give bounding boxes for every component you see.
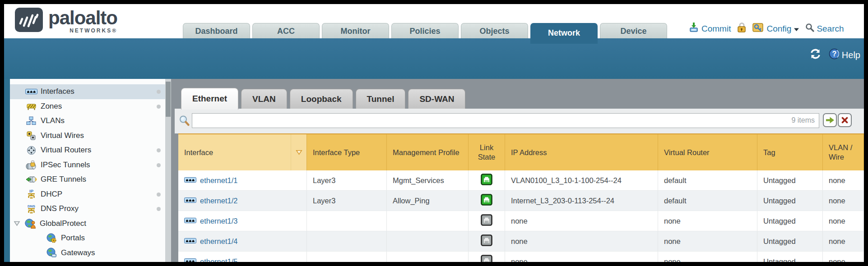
commit-label: Commit: [701, 24, 731, 34]
commit-button[interactable]: Commit: [688, 22, 731, 35]
nav-tab-policies[interactable]: Policies: [391, 23, 459, 38]
expander-down-icon[interactable]: [14, 220, 23, 226]
commit-icon: [688, 22, 699, 35]
interface-icon: [184, 217, 196, 225]
dns-proxy-icon: DNS: [25, 204, 37, 214]
interface-link[interactable]: ethernet1/5: [200, 257, 237, 262]
tab-ethernet[interactable]: Ethernet: [181, 88, 238, 110]
cell-management-profile: [387, 252, 469, 262]
filter-input[interactable]: [192, 113, 819, 128]
config-menu[interactable]: Config: [752, 22, 799, 35]
column-header-vlan-wire-label: VLAN / Wire: [829, 143, 858, 161]
table-row-ethernet1-3[interactable]: ethernet1/3nonenoneUntaggednone: [178, 211, 864, 231]
sidebar-item-label: DNS Proxy: [41, 204, 79, 213]
table-row-ethernet1-5[interactable]: ethernet1/5nonenoneUntaggednone: [178, 252, 864, 262]
tab-vlan[interactable]: VLAN: [241, 89, 287, 109]
cell-interface-type: [307, 211, 387, 231]
chevron-down-icon: [794, 24, 799, 34]
column-header-management-profile-label: Management Profile: [393, 148, 460, 157]
column-header-interface-label: Interface: [184, 148, 213, 157]
interface-link[interactable]: ethernet1/3: [200, 217, 237, 225]
portals-icon: [45, 233, 58, 243]
sidebar-item-virtual-routers[interactable]: Virtual Routers: [10, 143, 165, 158]
app-window: paloalto NETWORKS® DashboardACCMonitorPo…: [4, 4, 864, 262]
cell-link-state: [469, 231, 505, 251]
sidebar-item-virtual-wires[interactable]: Virtual Wires: [10, 128, 165, 143]
column-header-virtual-router[interactable]: Virtual Router: [658, 134, 757, 170]
sidebar-scrollbar-thumb[interactable]: [166, 82, 171, 117]
sidebar-item-label: Gateways: [61, 248, 95, 257]
nav-tab-monitor[interactable]: Monitor: [322, 23, 389, 38]
sidebar-item-globalprotect[interactable]: GlobalProtect: [10, 216, 165, 231]
column-header-ip-address[interactable]: IP Address: [505, 134, 658, 170]
cell-interface-type: Layer3: [307, 191, 387, 211]
banner-icons: ? Help: [809, 48, 860, 62]
column-header-link-state[interactable]: Link State: [469, 134, 505, 170]
column-header-interface-type[interactable]: Interface Type: [307, 134, 387, 170]
cell-vlan-wire: none: [823, 211, 864, 231]
nav-tab-network[interactable]: Network: [530, 23, 598, 44]
link-up-icon: [481, 194, 492, 207]
sidebar-item-zones[interactable]: Zones: [10, 99, 165, 114]
nav-tab-dashboard[interactable]: Dashboard: [183, 23, 250, 38]
table-row-ethernet1-2[interactable]: ethernet1/2Layer3Allow_PingInternet_L3_2…: [178, 191, 864, 211]
cell-interface: ethernet1/1: [178, 170, 307, 190]
dhcp-icon: IP: [25, 189, 37, 199]
virtual-routers-icon: [25, 146, 37, 155]
sidebar-scrollbar[interactable]: [165, 79, 171, 262]
lock-icon[interactable]: [737, 22, 747, 35]
link-down-icon: [481, 214, 492, 228]
cell-ip-address: none: [505, 252, 658, 262]
header-actions: Commit Config Search: [688, 22, 844, 35]
globalprotect-icon: [24, 218, 37, 229]
tab-sd-wan[interactable]: SD-WAN: [408, 89, 465, 109]
sidebar-item-dhcp[interactable]: IPDHCP: [10, 187, 165, 202]
table-row-ethernet1-4[interactable]: ethernet1/4nonenoneUntaggednone: [178, 231, 864, 252]
sidebar-item-portals[interactable]: Portals: [10, 231, 165, 246]
link-up-icon: [481, 174, 492, 187]
cell-tag: Untagged: [757, 231, 823, 251]
config-icon: [752, 22, 764, 35]
filter-input-wrap: 9 items: [192, 113, 819, 128]
refresh-icon[interactable]: [809, 49, 822, 61]
sidebar-item-label: Interfaces: [41, 87, 74, 96]
column-header-interface-type-label: Interface Type: [313, 148, 360, 157]
column-header-tag-label: Tag: [763, 148, 775, 157]
column-header-interface[interactable]: Interface: [178, 134, 291, 170]
sidebar-item-gateways[interactable]: Gateways: [10, 246, 165, 261]
column-header-tag[interactable]: Tag: [757, 134, 823, 170]
nav-tab-acc[interactable]: ACC: [252, 23, 320, 38]
column-filter-button[interactable]: [291, 134, 307, 170]
filter-magnifier-icon: [179, 115, 190, 129]
sidebar-item-vlans[interactable]: VLANs: [10, 114, 165, 128]
tab-tunnel[interactable]: Tunnel: [356, 89, 406, 109]
cell-ip-address: none: [505, 231, 658, 251]
sidebar-item-dns-proxy[interactable]: DNSDNS Proxy: [10, 202, 165, 216]
nav-tab-objects[interactable]: Objects: [461, 23, 528, 38]
interface-link[interactable]: ethernet1/1: [200, 176, 237, 185]
cell-vlan-wire: none: [823, 231, 864, 251]
paloalto-logo-icon: [15, 8, 43, 35]
clear-filter-button[interactable]: [838, 113, 852, 127]
interface-link[interactable]: ethernet1/2: [200, 197, 237, 205]
apply-filter-button[interactable]: [823, 113, 837, 127]
ipsec-tunnels-icon: [25, 160, 37, 170]
nav-tab-device[interactable]: Device: [600, 23, 667, 38]
table-row-ethernet1-1[interactable]: ethernet1/1Layer3Mgmt_ServicesVLAN0100_L…: [178, 170, 864, 191]
cell-interface-type: [307, 252, 387, 262]
cell-ip-address: none: [505, 211, 658, 231]
interface-link[interactable]: ethernet1/4: [200, 237, 237, 246]
cell-link-state: [469, 211, 505, 231]
sidebar-item-interfaces[interactable]: Interfaces: [10, 84, 165, 99]
tab-loopback[interactable]: Loopback: [290, 89, 353, 109]
cell-management-profile: [387, 231, 469, 251]
column-header-management-profile[interactable]: Management Profile: [387, 134, 469, 170]
sidebar-item-ipsec-tunnels[interactable]: IPSec Tunnels: [10, 158, 165, 173]
interface-icon: [184, 197, 196, 205]
cell-link-state: [469, 191, 505, 211]
sidebar-item-gre-tunnels[interactable]: GRE Tunnels: [10, 172, 165, 187]
search-menu[interactable]: Search: [805, 23, 844, 34]
column-header-vlan-wire[interactable]: VLAN / Wire: [823, 134, 864, 170]
config-label: Config: [766, 24, 791, 34]
help-button[interactable]: ? Help: [829, 48, 860, 62]
